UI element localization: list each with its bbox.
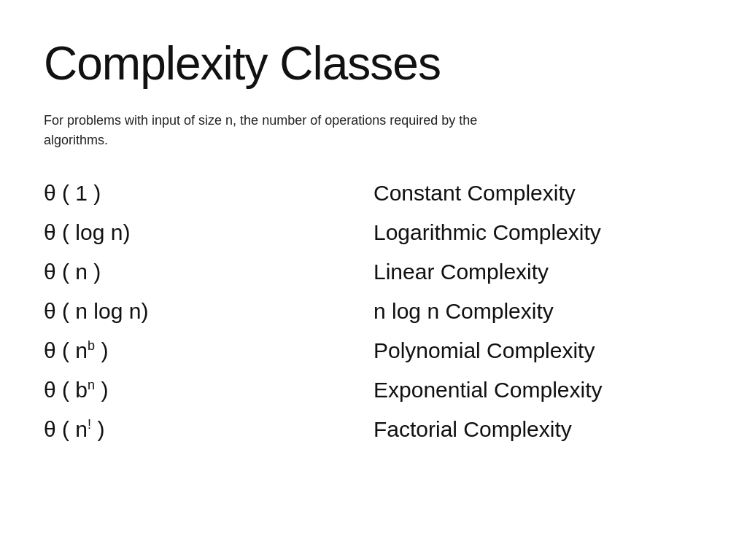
slide-description: For problems with input of size n, the n… <box>44 111 540 150</box>
complexity-table: θ ( 1 )Constant Complexityθ ( log n)Loga… <box>44 174 703 449</box>
table-row: θ ( n log n)n log n Complexity <box>44 292 703 331</box>
table-row: θ ( log n)Logarithmic Complexity <box>44 213 703 252</box>
notation-cell: θ ( nb ) <box>44 331 374 370</box>
table-row: θ ( n! )Factorial Complexity <box>44 410 703 449</box>
table-row: θ ( bn )Exponential Complexity <box>44 370 703 410</box>
complexity-label: n log n Complexity <box>374 292 703 331</box>
complexity-label: Constant Complexity <box>374 174 703 213</box>
notation-cell: θ ( 1 ) <box>44 174 374 213</box>
table-row: θ ( n )Linear Complexity <box>44 252 703 292</box>
notation-cell: θ ( n ) <box>44 252 374 292</box>
notation-cell: θ ( n! ) <box>44 410 374 449</box>
complexity-label: Factorial Complexity <box>374 410 703 449</box>
complexity-label: Logarithmic Complexity <box>374 213 703 252</box>
notation-cell: θ ( log n) <box>44 213 374 252</box>
complexity-label: Linear Complexity <box>374 252 703 292</box>
complexity-label: Exponential Complexity <box>374 370 703 410</box>
notation-cell: θ ( n log n) <box>44 292 374 331</box>
slide: Complexity Classes For problems with inp… <box>0 0 747 560</box>
complexity-label: Polynomial Complexity <box>374 331 703 370</box>
slide-title: Complexity Classes <box>44 36 703 90</box>
table-row: θ ( 1 )Constant Complexity <box>44 174 703 213</box>
table-row: θ ( nb )Polynomial Complexity <box>44 331 703 370</box>
notation-cell: θ ( bn ) <box>44 370 374 410</box>
